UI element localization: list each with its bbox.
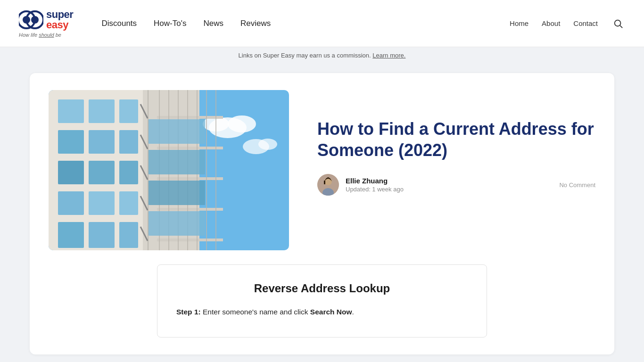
logo-tagline-underline: should: [39, 32, 54, 38]
author-row: Ellie Zhuang Updated: 1 week ago No Comm…: [317, 174, 595, 196]
svg-rect-21: [89, 161, 115, 184]
nav-about[interactable]: About: [542, 19, 560, 27]
author-updated: Updated: 1 week ago: [346, 186, 404, 193]
svg-rect-14: [58, 99, 84, 123]
lookup-box: Reverse Address Lookup Step 1: Enter som…: [157, 264, 487, 337]
main-nav: Discounts How-To's News Reviews: [101, 19, 510, 28]
svg-rect-28: [119, 222, 138, 248]
step1-text: Enter someone's name and click: [201, 308, 310, 316]
svg-rect-30: [157, 116, 223, 119]
svg-rect-25: [119, 191, 138, 215]
svg-rect-24: [89, 191, 115, 215]
nav-reviews[interactable]: Reviews: [240, 19, 271, 28]
nav-howtos[interactable]: How-To's: [154, 19, 186, 28]
author-name: Ellie Zhuang: [346, 177, 404, 185]
nav-home[interactable]: Home: [510, 19, 528, 27]
svg-point-8: [228, 115, 256, 132]
nav-contact[interactable]: Contact: [573, 19, 598, 27]
logo-circles: [19, 9, 43, 30]
logo-brand1: super: [46, 9, 73, 20]
svg-rect-19: [119, 130, 138, 154]
logo-link[interactable]: super easy How life should be: [19, 9, 73, 38]
nav-discounts[interactable]: Discounts: [101, 19, 137, 28]
content-wrapper: How to Find a Current Address for Someon…: [16, 73, 628, 354]
lookup-title: Reverse Address Lookup: [176, 282, 468, 295]
svg-rect-33: [157, 208, 223, 211]
hero-section: How to Find a Current Address for Someon…: [49, 90, 595, 250]
logo-svg: [19, 9, 43, 30]
step1-label: Step 1:: [176, 308, 201, 316]
svg-rect-29: [148, 90, 149, 250]
search-icon: [613, 18, 623, 29]
svg-rect-18: [89, 130, 115, 154]
search-button[interactable]: [611, 16, 625, 31]
article-title: How to Find a Current Address for Someon…: [317, 118, 595, 161]
svg-rect-42: [149, 119, 205, 144]
notice-learn-more[interactable]: Learn more.: [372, 52, 405, 59]
site-header: super easy How life should be Discounts …: [0, 0, 644, 47]
svg-point-3: [31, 16, 39, 24]
svg-point-52: [324, 178, 332, 185]
logo-tagline: How life should be: [19, 32, 61, 38]
notice-bar: Links on Super Easy may earn us a commis…: [0, 47, 644, 64]
svg-rect-31: [157, 147, 223, 149]
logo-brand2: easy: [46, 20, 73, 30]
no-comment-label: No Comment: [559, 181, 595, 189]
svg-rect-27: [89, 222, 115, 248]
right-nav: Home About Contact: [510, 16, 625, 31]
lookup-step1: Step 1: Enter someone's name and click S…: [176, 306, 468, 318]
svg-rect-17: [58, 130, 84, 154]
hero-content: How to Find a Current Address for Someon…: [317, 90, 595, 196]
svg-rect-32: [157, 177, 223, 180]
notice-text: Links on Super Easy may earn us a commis…: [239, 52, 371, 59]
logo-icon: super easy: [19, 9, 73, 30]
svg-line-5: [620, 25, 622, 28]
svg-rect-43: [149, 150, 205, 174]
author-info: Ellie Zhuang Updated: 1 week ago: [346, 177, 404, 193]
svg-point-4: [615, 20, 621, 26]
svg-point-11: [258, 139, 277, 150]
article-card: How to Find a Current Address for Someon…: [30, 73, 614, 354]
svg-rect-22: [119, 161, 138, 184]
svg-rect-44: [149, 181, 205, 205]
hero-image: [49, 90, 289, 250]
svg-rect-26: [58, 222, 84, 248]
svg-rect-23: [58, 191, 84, 215]
nav-news[interactable]: News: [203, 19, 223, 28]
svg-rect-45: [149, 211, 205, 236]
svg-rect-20: [58, 161, 84, 184]
svg-rect-16: [119, 99, 138, 123]
svg-rect-15: [89, 99, 115, 123]
avatar-svg: [317, 174, 339, 196]
author-avatar: [317, 174, 339, 196]
step1-end: .: [352, 308, 354, 316]
logo-text: super easy: [46, 9, 73, 30]
step1-cta: Search Now: [310, 308, 352, 316]
svg-rect-34: [157, 239, 223, 241]
svg-rect-54: [324, 181, 325, 184]
